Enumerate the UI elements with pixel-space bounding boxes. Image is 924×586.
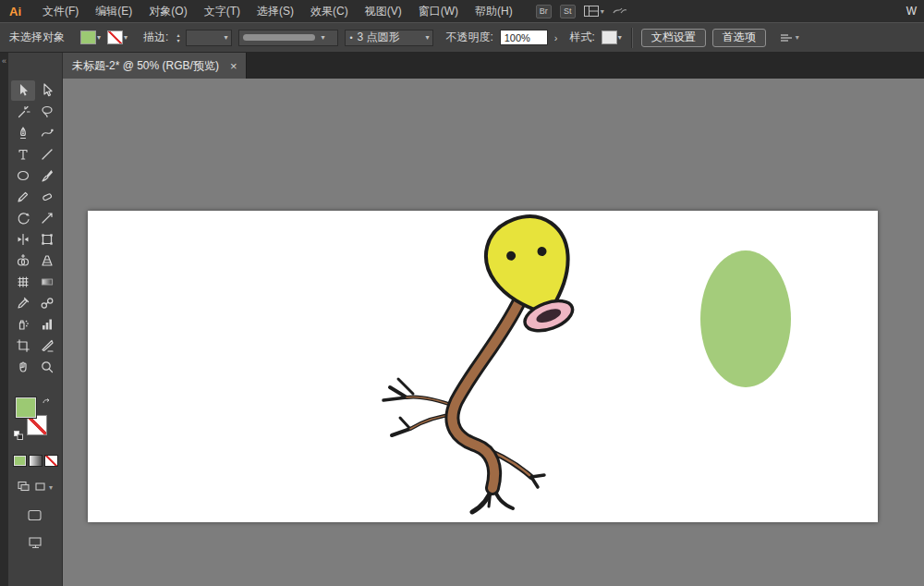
stroke-weight-stepper[interactable]: ▴▾ (176, 32, 179, 43)
stock-icon[interactable]: St (560, 5, 576, 18)
stroke-weight-select[interactable]: ▾ (186, 30, 232, 46)
fill-stroke-cluster (14, 397, 56, 442)
direct-selection-tool[interactable] (35, 80, 59, 101)
color-type-buttons (13, 455, 58, 467)
default-fill-stroke-icon[interactable] (14, 431, 23, 442)
collapse-panels-icon[interactable]: « (2, 56, 6, 66)
gradient-button[interactable] (29, 455, 43, 467)
brush-name: 3 点圆形 (358, 30, 420, 45)
plant-character-drawing[interactable] (383, 211, 591, 512)
style-label: 样式: (569, 30, 594, 45)
chevron-down-icon: ▾ (618, 33, 622, 42)
menu-window[interactable]: 窗口(W) (410, 4, 467, 19)
drawing-mode-buttons: ▾ (18, 479, 53, 495)
none-slash-icon (108, 31, 122, 43)
document-setup-button[interactable]: 文档设置 (641, 29, 706, 47)
chevron-right-icon[interactable]: › (554, 32, 558, 43)
menu-effect[interactable]: 效果(C) (302, 4, 357, 19)
menu-select[interactable]: 选择(S) (249, 4, 302, 19)
eyedropper-tool[interactable] (11, 293, 35, 313)
free-transform-tool[interactable] (35, 229, 59, 250)
fill-color-swatch[interactable] (80, 31, 96, 44)
chevron-down-icon: ▾ (49, 483, 53, 492)
rotate-tool[interactable] (11, 208, 35, 228)
hand-tool[interactable] (11, 357, 35, 377)
menu-type[interactable]: 文字(T) (196, 4, 249, 19)
chevron-down-icon: ▾ (124, 33, 128, 42)
chevron-down-icon: ▾ (321, 33, 324, 42)
change-screen-mode-icon[interactable] (29, 536, 43, 553)
width-profile-dropdown[interactable]: • 3 点圆形 ▾ (345, 30, 433, 46)
draw-behind-icon[interactable] (33, 479, 45, 495)
preferences-button[interactable]: 首选项 (712, 29, 766, 47)
panel-menu-icon[interactable]: ▾ (780, 32, 799, 43)
panel-collapse-strip[interactable]: « (0, 53, 8, 586)
brush-stroke-preview (243, 34, 315, 41)
fill-color-dropdown[interactable]: ▾ (80, 31, 101, 44)
symbol-sprayer-tool[interactable] (11, 314, 35, 335)
width-tool[interactable] (11, 229, 35, 250)
style-dropdown[interactable]: ▾ (602, 31, 622, 44)
opacity-label: 不透明度: (445, 30, 492, 45)
artboard-tool[interactable] (11, 336, 35, 356)
draw-normal-icon[interactable] (18, 479, 30, 495)
sync-settings-icon[interactable] (613, 5, 627, 18)
workspace-switcher-icon[interactable]: ▾ (584, 6, 604, 17)
chevron-down-icon: ▾ (796, 33, 799, 42)
divider (631, 28, 632, 48)
selection-status: 未选择对象 (9, 30, 65, 45)
close-tab-icon[interactable]: × (230, 59, 237, 73)
none-button[interactable] (44, 455, 58, 467)
column-graph-tool[interactable] (35, 314, 59, 335)
shape-builder-tool[interactable] (11, 250, 35, 271)
canvas[interactable] (63, 79, 924, 586)
style-swatch[interactable] (602, 31, 617, 44)
pen-tool[interactable] (11, 123, 35, 143)
artwork-layer (88, 211, 878, 522)
gradient-tool[interactable] (35, 272, 59, 292)
stroke-weight-label: 描边: (143, 30, 168, 45)
lasso-tool[interactable] (35, 102, 59, 122)
scale-tool[interactable] (35, 208, 59, 228)
perspective-grid-tool[interactable] (35, 250, 59, 271)
pencil-tool[interactable] (11, 187, 35, 207)
tools-panel: ▾ (8, 53, 63, 586)
stroke-color-dropdown[interactable]: ▾ (107, 31, 128, 44)
brush-definition-dropdown[interactable]: ▾ (238, 30, 338, 46)
color-button[interactable] (13, 455, 27, 467)
stroke-swatch[interactable] (27, 415, 47, 435)
curvature-tool[interactable] (35, 123, 59, 143)
line-segment-tool[interactable] (35, 144, 59, 165)
menu-edit[interactable]: 编辑(E) (87, 4, 140, 19)
slice-tool[interactable] (35, 336, 59, 356)
ellipse-tool[interactable] (11, 165, 35, 186)
blend-tool[interactable] (35, 293, 59, 313)
chevron-down-icon: ▾ (601, 7, 604, 16)
opacity-input[interactable]: 100% (500, 30, 548, 45)
swap-fill-stroke-icon[interactable] (42, 397, 51, 409)
stroke-color-swatch[interactable] (107, 31, 123, 44)
menu-view[interactable]: 视图(V) (357, 4, 410, 19)
green-ellipse-shape[interactable] (700, 250, 791, 387)
chevron-down-icon: ▾ (224, 33, 227, 42)
paintbrush-tool[interactable] (35, 165, 59, 186)
shaper-tool[interactable] (35, 187, 59, 207)
fill-swatch[interactable] (16, 397, 36, 418)
menu-file[interactable]: 文件(F) (34, 4, 87, 19)
none-slash-icon (45, 456, 57, 466)
none-slash-icon (28, 416, 46, 434)
document-tab[interactable]: 未标题-2* @ 50% (RGB/预览) × (63, 53, 247, 79)
zoom-tool[interactable] (35, 357, 59, 377)
profile-dot-icon: • (349, 33, 352, 43)
selection-tool[interactable] (11, 80, 35, 101)
screen-mode-button[interactable] (28, 508, 43, 525)
mesh-tool[interactable] (11, 272, 35, 292)
control-bar: 未选择对象 ▾ ▾ 描边: ▴▾ ▾ ▾ • 3 点圆形 ▾ 不透明度: 100… (0, 22, 924, 53)
type-tool[interactable] (11, 144, 35, 165)
artboard[interactable] (88, 211, 878, 522)
document-tab-bar: 未标题-2* @ 50% (RGB/预览) × (63, 53, 924, 79)
menu-object[interactable]: 对象(O) (140, 4, 195, 19)
menu-help[interactable]: 帮助(H) (467, 4, 521, 19)
bridge-icon[interactable]: Br (536, 5, 552, 18)
magic-wand-tool[interactable] (11, 102, 35, 122)
